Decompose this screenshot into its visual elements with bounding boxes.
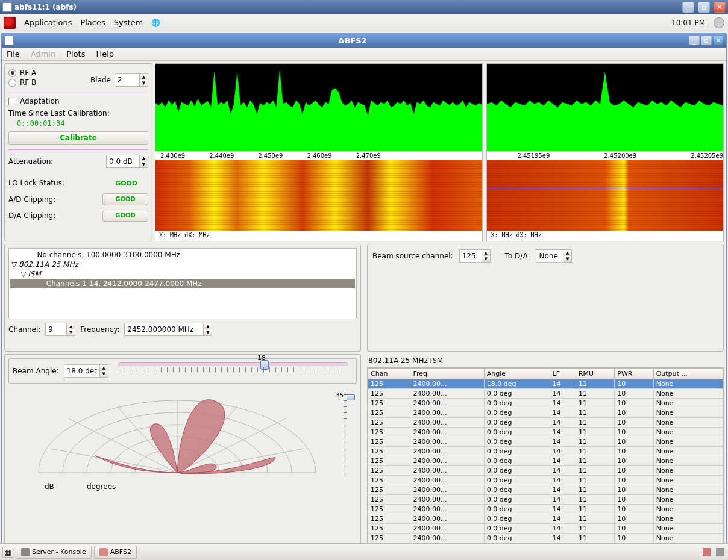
- blade-down-icon[interactable]: ▼: [140, 80, 148, 86]
- menu-admin: Admin: [31, 49, 55, 58]
- beam-angle-label: Beam Angle:: [13, 367, 59, 375]
- to-da-spinner[interactable]: ▲▼: [536, 249, 572, 263]
- table-header[interactable]: LF: [550, 369, 576, 379]
- waterfall-right[interactable]: [487, 160, 723, 231]
- table-header[interactable]: PWR: [615, 369, 653, 379]
- attenuation-input[interactable]: [107, 157, 139, 166]
- beam-vertical-slider[interactable]: 35: [345, 394, 357, 479]
- table-header[interactable]: Angle: [484, 369, 550, 379]
- channel-spinner[interactable]: ▲▼: [45, 323, 75, 336]
- app-menubar: File Admin Plots Help: [2, 48, 726, 61]
- blade-input[interactable]: [115, 75, 139, 85]
- spectrum-trace-left[interactable]: [155, 64, 482, 151]
- vslider-label: 35: [336, 392, 344, 399]
- system-menu[interactable]: System: [114, 18, 143, 27]
- tray-java-icon[interactable]: [703, 548, 711, 556]
- tree-row[interactable]: ▽ISM: [10, 269, 355, 279]
- volume-icon[interactable]: [714, 17, 724, 28]
- da-clip-button[interactable]: GOOD: [102, 210, 148, 222]
- table-header[interactable]: RMU: [576, 369, 614, 379]
- channel-input[interactable]: [46, 325, 66, 334]
- beam-angle-input[interactable]: [64, 366, 99, 376]
- table-row[interactable]: 1252400.00...0.0 deg141110None: [368, 447, 723, 456]
- menu-plots[interactable]: Plots: [66, 49, 85, 58]
- table-row[interactable]: 1252400.00...0.0 deg141110None: [368, 505, 723, 514]
- blade-spinner[interactable]: ▲▼: [115, 73, 148, 87]
- table-row[interactable]: 1252400.00...0.0 deg141110None: [368, 418, 723, 428]
- java-app-icon: [99, 548, 108, 556]
- tray-trash-icon[interactable]: [716, 548, 724, 556]
- table-row[interactable]: 1252400.00...0.0 deg141110None: [368, 524, 723, 534]
- beam-source-spinner[interactable]: ▲▼: [459, 249, 491, 263]
- table-row[interactable]: 1252400.00...0.0 deg141110None: [368, 389, 723, 399]
- channel-label: Channel:: [8, 325, 40, 334]
- table-row[interactable]: 1252400.00...0.0 deg141110None: [368, 437, 723, 447]
- table-row[interactable]: 1252400.00...0.0 deg141110None: [368, 495, 723, 505]
- spectrum-right: 2.45195e92.45200e92.45205e9 X: MHz dX: M…: [486, 63, 724, 241]
- tree-row[interactable]: Channels 1-14, 2412.0000-2477.0000 MHz: [10, 279, 355, 288]
- attn-down-icon[interactable]: ▼: [140, 161, 148, 167]
- beam-source-input[interactable]: [460, 251, 482, 261]
- polar-db-axis: dB: [45, 482, 54, 491]
- to-da-input[interactable]: [536, 251, 563, 261]
- show-desktop-button[interactable]: ▦: [2, 547, 13, 558]
- table-row[interactable]: 1252400.00...0.0 deg141110None: [368, 428, 723, 437]
- table-row[interactable]: 1252400.00...0.0 deg141110None: [368, 399, 723, 408]
- beam-panel: Beam Angle: ▲▼ 18: [4, 354, 361, 556]
- ad-clip-button[interactable]: GOOD: [102, 193, 148, 205]
- blade-up-icon[interactable]: ▲: [140, 74, 148, 80]
- app-maximize-button[interactable]: ▫: [701, 36, 712, 45]
- vslider-thumb[interactable]: [347, 394, 355, 400]
- table-row[interactable]: 1252400.00...18.0 deg141110None: [368, 379, 723, 389]
- app-minimize-button[interactable]: _: [689, 36, 700, 45]
- table-row[interactable]: 1252400.00...0.0 deg141110None: [368, 476, 723, 485]
- table-row[interactable]: 1252400.00...0.0 deg141110None: [368, 485, 723, 495]
- maximize-button[interactable]: ▫: [698, 2, 710, 13]
- spectrum-trace-right[interactable]: [487, 64, 723, 151]
- globe-icon[interactable]: 🌐: [151, 19, 160, 27]
- control-panel: RF A RF B Blade ▲▼ Adaptation Time Since…: [4, 63, 152, 241]
- svg-rect-10: [716, 548, 724, 556]
- frequency-input[interactable]: [125, 325, 203, 334]
- applications-menu[interactable]: Applications: [24, 18, 72, 27]
- attn-up-icon[interactable]: ▲: [140, 155, 148, 161]
- app-window: ABFS2 _ ▫ ✕ File Admin Plots Help RF A R…: [1, 33, 727, 559]
- tree-row[interactable]: ▽802.11A 25 MHz: [10, 260, 355, 269]
- places-menu[interactable]: Places: [80, 18, 105, 27]
- app-close-button[interactable]: ✕: [713, 36, 724, 45]
- calibrate-button[interactable]: Calibrate: [8, 131, 148, 145]
- waterfall-left[interactable]: [155, 160, 482, 231]
- table-row[interactable]: 1252400.00...0.0 deg141110None: [368, 408, 723, 418]
- menu-file[interactable]: File: [7, 49, 20, 58]
- distro-icon[interactable]: [4, 17, 16, 29]
- to-da-label: To D/A:: [505, 252, 530, 260]
- taskbar-item-konsole[interactable]: Server - Konsole: [16, 546, 92, 559]
- table-row[interactable]: 1252400.00...0.0 deg141110None: [368, 456, 723, 466]
- frequency-spinner[interactable]: ▲▼: [124, 323, 212, 336]
- table-header[interactable]: Output ...: [653, 369, 723, 379]
- beam-polar-plot[interactable]: dB degrees 35: [8, 388, 357, 491]
- channel-table[interactable]: ChanFreqAngleLFRMUPWROutput ... 1252400.…: [368, 368, 723, 543]
- close-button[interactable]: ✕: [714, 2, 726, 13]
- gnome-bottom-panel: ▦ Server - Konsole ABFS2: [0, 543, 728, 560]
- attenuation-label: Attenuation:: [8, 157, 53, 166]
- table-row[interactable]: 1252400.00...0.0 deg141110None: [368, 514, 723, 524]
- tree-row[interactable]: No channels, 100.0000-3100.0000 MHz: [10, 250, 355, 260]
- beam-slider[interactable]: [118, 362, 348, 366]
- table-row[interactable]: 1252400.00...0.0 deg141110None: [368, 534, 723, 543]
- taskbar-item-abfs2[interactable]: ABFS2: [94, 546, 137, 559]
- beam-angle-spinner[interactable]: ▲▼: [64, 364, 108, 378]
- table-header[interactable]: Chan: [368, 369, 410, 379]
- clock[interactable]: 10:01 PM: [671, 19, 705, 27]
- attenuation-spinner[interactable]: ▲▼: [106, 155, 148, 168]
- menu-help[interactable]: Help: [96, 49, 114, 58]
- channel-tree[interactable]: No channels, 100.0000-3100.0000 MHz▽802.…: [8, 248, 357, 319]
- channel-tree-panel: No channels, 100.0000-3100.0000 MHz▽802.…: [4, 244, 361, 352]
- adaptation-checkbox[interactable]: Adaptation: [8, 97, 148, 105]
- window-icon: [2, 2, 12, 12]
- table-header[interactable]: Freq: [410, 369, 484, 379]
- rf-a-label: RF A: [20, 69, 36, 77]
- app-titlebar[interactable]: ABFS2 _ ▫ ✕: [2, 33, 726, 48]
- table-row[interactable]: 1252400.00...0.0 deg141110None: [368, 466, 723, 476]
- minimize-button[interactable]: _: [682, 2, 694, 13]
